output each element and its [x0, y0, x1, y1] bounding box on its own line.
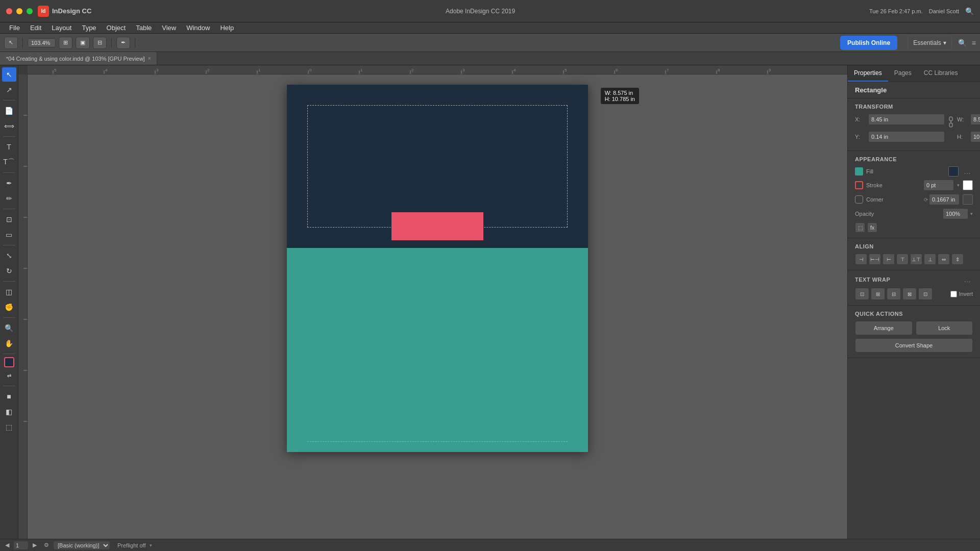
essentials-button[interactable]: Essentials ▾ — [908, 36, 952, 50]
convert-shape-button[interactable]: Convert Shape — [855, 338, 973, 353]
opacity-dropdown-arrow[interactable]: ▾ — [970, 211, 973, 216]
wrap-next-col-btn[interactable]: ⊡ — [918, 288, 933, 300]
swap-colors-icon[interactable]: ⇄ — [2, 368, 16, 383]
tab-cc-libraries[interactable]: CC Libraries — [918, 65, 964, 82]
apply-color-btn[interactable]: ■ — [2, 389, 16, 404]
preflight-dropdown-arrow[interactable]: ▾ — [150, 543, 152, 548]
tab-properties[interactable]: Properties — [848, 65, 888, 82]
apply-gradient-btn[interactable]: ◧ — [2, 405, 16, 419]
text-wrap-more-icon[interactable]: … — [962, 276, 973, 284]
menu-file[interactable]: File — [4, 23, 25, 33]
align-top-edge-btn[interactable]: ⊤ — [896, 254, 909, 265]
fx-icon[interactable]: ⬚ — [855, 222, 865, 233]
w-input[interactable] — [970, 114, 980, 125]
tab-bar: *04 Creating & using color.indd @ 103% [… — [0, 52, 980, 65]
menu-view[interactable]: View — [157, 23, 181, 33]
align-left-edge-btn[interactable]: ⊣ — [855, 254, 867, 265]
panel-content: Rectangle Transform X: Y: — [848, 82, 980, 539]
hand-tool[interactable]: ✋ — [2, 336, 16, 350]
selection-tool[interactable]: ↖ — [2, 67, 16, 82]
type-tool[interactable]: T — [2, 140, 16, 154]
rectangle-frame-tool[interactable]: ⊡ — [2, 212, 16, 227]
document-tab[interactable]: *04 Creating & using color.indd @ 103% [… — [0, 52, 157, 65]
search-toolbar-icon[interactable]: 🔍 — [958, 39, 967, 47]
fx-script-icon[interactable]: fx — [867, 222, 877, 233]
free-transform-tool[interactable]: ⤡ — [2, 248, 16, 263]
search-icon[interactable]: 🔍 — [965, 7, 974, 15]
type-on-path-tool[interactable]: T⌒ — [2, 155, 16, 169]
arrangement-btn[interactable]: ⊟ — [93, 37, 107, 49]
page-nav-prev[interactable]: ◀ — [5, 542, 9, 548]
pink-rectangle[interactable] — [391, 212, 483, 240]
pen-tool[interactable]: ✒ — [2, 176, 16, 190]
distribute-v-btn[interactable]: ⇕ — [951, 254, 964, 265]
h-input[interactable] — [970, 131, 980, 142]
menu-window[interactable]: Window — [181, 23, 215, 33]
arrange-button[interactable]: Arrange — [855, 321, 913, 335]
rectangle-tool[interactable]: ▭ — [2, 228, 16, 242]
align-center-h-btn[interactable]: ⊢⊣ — [869, 254, 881, 265]
menu-table[interactable]: Table — [131, 23, 157, 33]
wrap-bbox-btn[interactable]: ⊞ — [871, 288, 885, 300]
page-tool[interactable]: 📄 — [2, 104, 16, 118]
menu-object[interactable]: Object — [102, 23, 131, 33]
fill-color-preview[interactable] — [948, 166, 959, 177]
distribute-h-btn[interactable]: ⇔ — [938, 254, 950, 265]
w-label: W: — [957, 116, 967, 122]
corner-style-preview[interactable] — [963, 194, 973, 205]
menu-type[interactable]: Type — [77, 23, 101, 33]
stroke-color-preview[interactable] — [963, 180, 973, 190]
direct-selection-tool[interactable]: ↗ — [2, 83, 16, 97]
x-input[interactable] — [868, 114, 945, 125]
gradient-tool[interactable]: ◫ — [2, 285, 16, 299]
transform-link-icon[interactable] — [947, 118, 955, 126]
corner-value-input[interactable] — [929, 194, 960, 205]
rotate-tool[interactable]: ↻ — [2, 264, 16, 278]
align-bottom-edge-btn[interactable]: ⊥ — [924, 254, 936, 265]
lock-button[interactable]: Lock — [916, 321, 973, 335]
menu-help[interactable]: Help — [215, 23, 239, 33]
page-nav-next[interactable]: ▶ — [33, 542, 37, 548]
arrange-icon: ⊟ — [97, 39, 102, 46]
close-tab-button[interactable]: × — [148, 56, 151, 61]
current-page-input[interactable] — [13, 541, 29, 550]
eyedropper-tool[interactable]: ✊ — [2, 300, 16, 314]
preflight-status-select[interactable]: [Basic (working)] — [53, 541, 110, 550]
align-right-edge-btn[interactable]: ⊢ — [883, 254, 895, 265]
screen-mode-btn[interactable]: ▣ — [76, 37, 90, 49]
menu-edit[interactable]: Edit — [25, 23, 46, 33]
stroke-value-input[interactable] — [923, 180, 954, 191]
gap-tool[interactable]: ⟺ — [2, 119, 16, 133]
quick-actions-section: Quick Actions Arrange Lock Convert Shape — [848, 306, 980, 358]
stroke-dropdown-arrow[interactable]: ▾ — [957, 183, 960, 188]
opacity-input[interactable] — [943, 208, 968, 219]
more-toolbar-icon[interactable]: ≡ — [972, 39, 976, 47]
zoom-tool[interactable]: 🔍 — [2, 321, 16, 335]
fill-color-swatch[interactable] — [4, 357, 14, 367]
zoom-level[interactable]: 103.4% — [28, 38, 56, 47]
wrap-contour-btn[interactable]: ⊟ — [887, 288, 901, 300]
pencil-tool[interactable]: ✏ — [2, 191, 16, 206]
main-layout: ↖ ↗ 📄 ⟺ T T⌒ ✒ ✏ ⊡ ▭ ⤡ ↻ ◫ ✊ 🔍 ✋ ⇄ ■ ◧ ⬚ — [0, 65, 980, 539]
close-window-button[interactable] — [6, 8, 12, 14]
canvas-area[interactable]: 5 4 3 2 1 0 1 2 3 4 5 — [18, 65, 847, 539]
apply-none-btn[interactable]: ⬚ — [2, 420, 16, 434]
publish-online-button[interactable]: Publish Online — [840, 36, 897, 50]
invert-checkbox[interactable] — [950, 291, 957, 297]
menu-bar: File Edit Layout Type Object Table View … — [0, 22, 980, 34]
fill-more-icon[interactable]: … — [962, 167, 973, 176]
menu-layout[interactable]: Layout — [46, 23, 77, 33]
view-mode-btn[interactable]: ⊞ — [59, 37, 72, 49]
pen-tool-btn[interactable]: ✒ — [116, 37, 130, 49]
corner-cycle-icon[interactable]: ⟳ — [924, 197, 928, 203]
minimize-window-button[interactable] — [16, 8, 22, 14]
h-row: H: — [957, 131, 980, 142]
maximize-window-button[interactable] — [27, 8, 33, 14]
wrap-none-btn[interactable]: ⊡ — [855, 288, 869, 300]
document-canvas[interactable]: W: 8.575 in H: 10.785 in — [28, 74, 847, 539]
wrap-jump-btn[interactable]: ⊠ — [902, 288, 917, 300]
tab-pages[interactable]: Pages — [888, 65, 918, 82]
y-input[interactable] — [868, 131, 945, 142]
align-center-v-btn[interactable]: ⊥⊤ — [910, 254, 922, 265]
selection-tool-btn[interactable]: ↖ — [4, 37, 18, 49]
